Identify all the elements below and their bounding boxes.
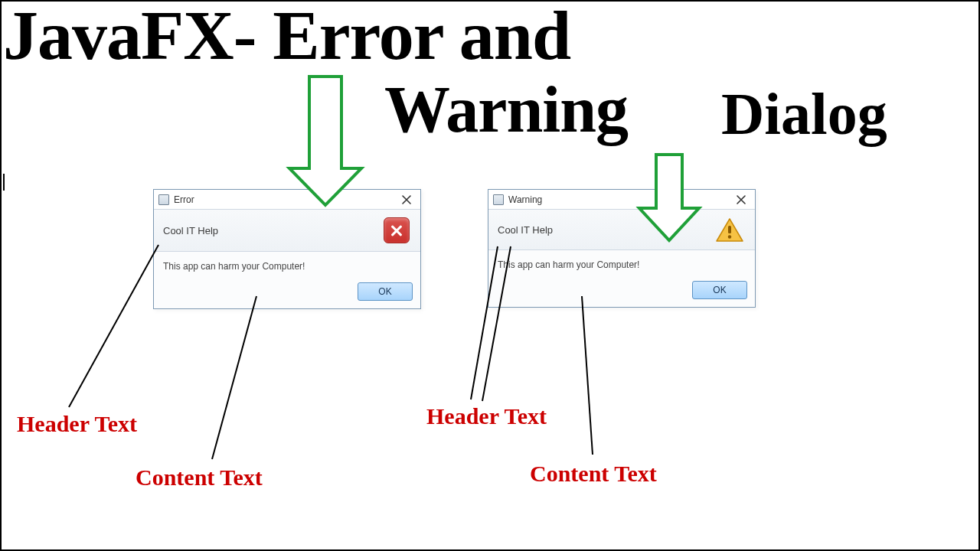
warning-dialog-title: Warning [508, 194, 542, 205]
error-icon [384, 217, 410, 243]
warning-dialog: Warning Cool IT Help This app can harm y… [488, 189, 756, 308]
svg-point-1 [728, 235, 731, 238]
warning-dialog-titlebar[interactable]: Warning [488, 190, 755, 210]
svg-line-3 [212, 296, 256, 459]
error-dialog-header: Cool IT Help [154, 210, 420, 252]
error-dialog-titlebar[interactable]: Error [154, 190, 420, 210]
error-header-text: Cool IT Help [163, 225, 218, 236]
error-dialog-content: This app can harm your Computer! [154, 252, 420, 278]
ok-button[interactable]: OK [692, 281, 747, 299]
close-icon[interactable] [397, 193, 416, 207]
ok-button[interactable]: OK [358, 282, 413, 301]
error-dialog: Error Cool IT Help This app can harm you… [153, 189, 421, 309]
svg-line-2 [69, 245, 158, 407]
warning-content-text: This app can harm your Computer! [498, 259, 639, 270]
text-cursor [3, 174, 5, 191]
tutorial-slide: JavaFX- Error and Warning Dialog Error C… [0, 0, 980, 551]
window-icon [493, 194, 504, 205]
close-icon[interactable] [732, 193, 750, 207]
warning-icon [715, 217, 744, 242]
slide-title-line1: JavaFX- Error and [3, 0, 570, 70]
arrow-down-icon [289, 77, 361, 205]
window-icon [158, 194, 169, 205]
annotation-content-left: Content Text [136, 465, 263, 491]
annotation-content-right: Content Text [530, 461, 657, 487]
warning-dialog-content: This app can harm your Computer! [488, 250, 755, 276]
slide-title-line2: Warning [384, 77, 628, 142]
annotation-header-left: Header Text [17, 411, 137, 437]
annotation-header-right: Header Text [426, 403, 547, 429]
svg-rect-0 [728, 226, 731, 233]
warning-header-text: Cool IT Help [498, 224, 553, 236]
svg-line-6 [582, 296, 593, 455]
warning-dialog-buttons: OK [488, 276, 755, 307]
error-dialog-title: Error [174, 194, 194, 205]
warning-dialog-header: Cool IT Help [488, 210, 755, 250]
error-dialog-buttons: OK [154, 278, 420, 308]
slide-title-line3: Dialog [721, 84, 887, 144]
ok-button-label: OK [713, 285, 726, 295]
ok-button-label: OK [378, 286, 391, 297]
error-content-text: This app can harm your Computer! [163, 261, 305, 272]
